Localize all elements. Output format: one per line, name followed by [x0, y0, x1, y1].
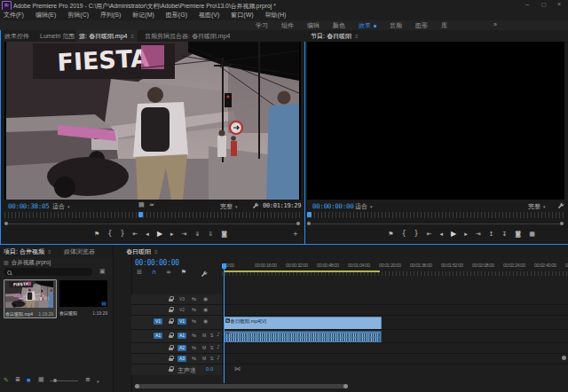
- program-zoom-scrollbar[interactable]: [309, 223, 563, 224]
- linked-selection-icon[interactable]: ∞: [166, 270, 171, 276]
- timeline-video-clip[interactable]: fx春日暖阳.mp4[V]: [224, 317, 382, 330]
- panel-menu-icon[interactable]: ≡: [355, 34, 359, 39]
- program-zoom-select[interactable]: 适合▾: [355, 202, 373, 211]
- project-breadcrumb[interactable]: ▥ 合并视频.prproj: [4, 259, 51, 266]
- thumbnail-zoom-slider[interactable]: [50, 380, 78, 381]
- sync-lock-icon[interactable]: ⇆: [192, 333, 196, 338]
- add-marker-icon[interactable]: ⚑: [94, 231, 99, 238]
- close-button[interactable]: ×: [557, 1, 561, 7]
- source-zoom-scrollbar[interactable]: [6, 223, 299, 224]
- export-frame-icon[interactable]: ◙: [515, 231, 521, 238]
- workspace-color[interactable]: 颜色: [333, 21, 345, 30]
- sort-icon[interactable]: ≡: [85, 377, 91, 383]
- step-forward-icon[interactable]: ▸: [170, 231, 174, 238]
- mute-button[interactable]: M: [202, 333, 206, 338]
- sync-lock-icon[interactable]: ⇆: [192, 356, 196, 361]
- program-current-timecode[interactable]: 00:00:00:00: [312, 202, 353, 210]
- source-scrubber[interactable]: [4, 212, 301, 218]
- sync-lock-icon[interactable]: ⇆: [192, 296, 196, 302]
- voiceover-mic-icon[interactable]: ♪: [217, 355, 220, 360]
- timeline-timecode[interactable]: 00:00:00:00: [135, 259, 179, 267]
- solo-button[interactable]: S: [210, 356, 213, 361]
- master-gain-value[interactable]: 0.0: [206, 366, 213, 372]
- panel-menu-icon[interactable]: ≡: [154, 249, 158, 255]
- export-frame-icon[interactable]: ◙: [221, 231, 227, 238]
- program-zoom-handle-right[interactable]: [560, 222, 564, 225]
- go-to-in-icon[interactable]: ⇤: [132, 231, 138, 238]
- insert-icon[interactable]: ⇓: [194, 231, 200, 238]
- tab-source-monitor[interactable]: 源: 春日暖阳.mp4≡: [75, 30, 138, 43]
- lock-icon[interactable]: [169, 333, 174, 339]
- step-back-icon[interactable]: ◂: [440, 231, 444, 238]
- workspace-learning[interactable]: 学习: [256, 21, 268, 30]
- menu-file[interactable]: 文件(F): [4, 11, 24, 20]
- source-current-timecode[interactable]: 00:00:38:05: [8, 202, 49, 210]
- lock-icon[interactable]: [169, 356, 174, 362]
- step-back-icon[interactable]: ◂: [146, 231, 149, 238]
- tab-project[interactable]: 项目: 合并视频≡: [4, 246, 51, 257]
- solo-button[interactable]: S: [210, 345, 213, 350]
- workspace-libraries[interactable]: 库: [441, 21, 447, 30]
- track-v1-toggle[interactable]: V1: [178, 318, 186, 325]
- step-forward-icon[interactable]: ▸: [464, 231, 468, 238]
- go-to-out-icon[interactable]: ⇥: [476, 231, 481, 238]
- snap-icon[interactable]: ∩: [152, 270, 156, 276]
- mark-out-icon[interactable]: }: [120, 231, 124, 238]
- play-icon[interactable]: ▶: [451, 231, 456, 238]
- source-patch-video[interactable]: V1: [154, 318, 162, 325]
- sync-lock-icon[interactable]: ⇆: [192, 345, 196, 350]
- workspace-effects[interactable]: 效果: [359, 21, 376, 30]
- timeline-h-scrollbar[interactable]: [135, 384, 348, 388]
- program-playhead[interactable]: [307, 212, 312, 217]
- freeform-view-icon[interactable]: ▦: [38, 377, 44, 383]
- menu-sequence[interactable]: 序列(S): [100, 11, 121, 20]
- program-settings-wrench-icon[interactable]: [557, 202, 564, 209]
- lock-icon[interactable]: [169, 366, 174, 372]
- track-a3-toggle[interactable]: A3: [178, 356, 186, 362]
- panel-menu-icon[interactable]: ≡: [48, 249, 51, 255]
- mark-in-icon[interactable]: {: [401, 231, 406, 238]
- minimize-button[interactable]: –: [525, 1, 529, 7]
- tab-lumetri-scopes[interactable]: Lumetri 范围: [40, 30, 75, 42]
- tab-media-browser[interactable]: 媒体浏览器: [64, 246, 95, 257]
- lock-icon[interactable]: [169, 296, 174, 302]
- timeline-ruler[interactable]: 00:00 00:00:16:00 00:00:32:00 00:00:48:0…: [222, 263, 568, 277]
- project-folder-icon[interactable]: ▣: [99, 269, 106, 275]
- scrollbar-handle-right[interactable]: [343, 384, 348, 388]
- project-item-clip[interactable]: 春日暖阳.mp4 1:19:29: [4, 279, 57, 318]
- timeline-settings-wrench-icon[interactable]: [201, 270, 208, 278]
- overwrite-icon[interactable]: ⇩: [208, 231, 213, 238]
- track-output-eye-icon[interactable]: ◉: [203, 318, 208, 324]
- track-v2-toggle[interactable]: V2: [178, 307, 186, 313]
- track-a1-toggle[interactable]: A1: [178, 333, 186, 339]
- lock-icon[interactable]: [169, 307, 174, 313]
- mark-out-icon[interactable]: }: [414, 231, 419, 238]
- source-settings-wrench-icon[interactable]: [252, 202, 259, 209]
- project-search-input[interactable]: [4, 268, 92, 276]
- mute-button[interactable]: M: [202, 356, 206, 361]
- comparison-view-icon[interactable]: ▦: [529, 231, 535, 238]
- menu-graphics[interactable]: 图形(G): [166, 11, 187, 20]
- play-icon[interactable]: ▶: [157, 231, 162, 238]
- list-view-icon[interactable]: ≣: [15, 377, 20, 383]
- maximize-button[interactable]: ▢: [541, 1, 547, 7]
- track-v3-toggle[interactable]: V3: [178, 296, 186, 302]
- source-zoom-select[interactable]: 适合▾: [52, 202, 70, 211]
- menu-help[interactable]: 帮助(H): [265, 11, 287, 20]
- timeline-v-scrollbar[interactable]: [562, 356, 566, 360]
- source-button-editor-icon[interactable]: +: [293, 231, 298, 238]
- lock-icon[interactable]: [169, 318, 174, 325]
- workspace-overflow-icon[interactable]: »: [493, 21, 497, 27]
- program-resolution-select[interactable]: 完整▾: [528, 202, 546, 211]
- voiceover-mic-icon[interactable]: ♪: [217, 344, 220, 349]
- source-zoom-handle-left[interactable]: [4, 222, 8, 225]
- nest-insert-icon[interactable]: ⊞: [137, 270, 142, 276]
- go-to-out-icon[interactable]: ⇥: [182, 231, 187, 238]
- drag-audio-only-icon[interactable]: ≈: [149, 202, 154, 208]
- workspace-editing[interactable]: 编辑: [307, 21, 320, 30]
- extract-icon[interactable]: ↧: [501, 231, 507, 238]
- source-resolution-select[interactable]: 完整▾: [220, 202, 238, 211]
- project-item-sequence[interactable]: ▤ 春日暖阳 1:19:29: [59, 279, 110, 317]
- menu-clip[interactable]: 剪辑(C): [67, 11, 89, 20]
- zoom-slider-handle[interactable]: [53, 379, 57, 382]
